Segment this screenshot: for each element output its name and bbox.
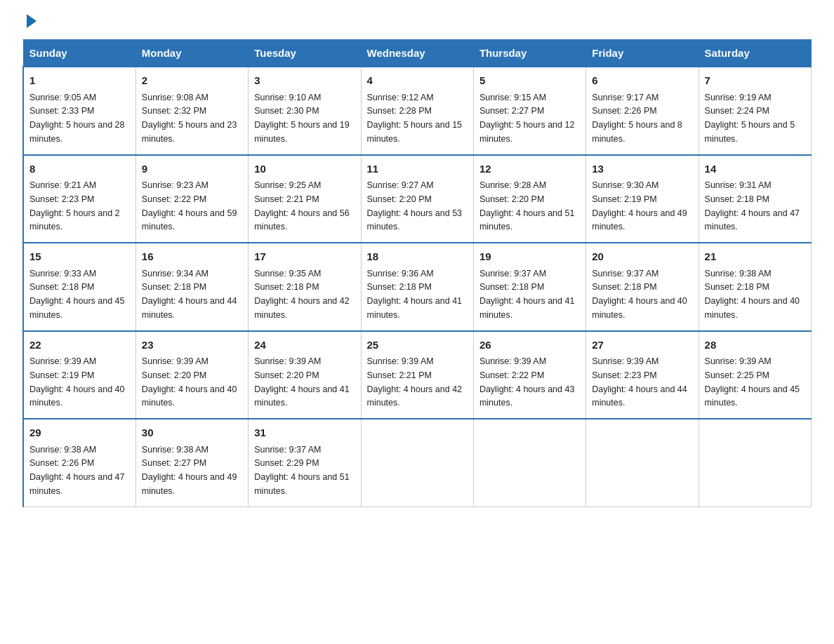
header-wednesday: Wednesday [361, 40, 473, 67]
empty-cell [361, 419, 473, 507]
calendar-week-3: 15 Sunrise: 9:33 AMSunset: 2:18 PMDaylig… [23, 243, 812, 331]
day-cell-26: 26 Sunrise: 9:39 AMSunset: 2:22 PMDaylig… [473, 331, 585, 420]
header [22, 17, 812, 28]
day-info: Sunrise: 9:38 AMSunset: 2:26 PMDaylight:… [29, 445, 125, 496]
day-number: 27 [592, 337, 692, 354]
day-cell-29: 29 Sunrise: 9:38 AMSunset: 2:26 PMDaylig… [23, 419, 135, 507]
day-cell-11: 11 Sunrise: 9:27 AMSunset: 2:20 PMDaylig… [361, 155, 473, 243]
day-info: Sunrise: 9:37 AMSunset: 2:18 PMDaylight:… [479, 269, 575, 320]
day-cell-20: 20 Sunrise: 9:37 AMSunset: 2:18 PMDaylig… [586, 243, 699, 331]
calendar-week-4: 22 Sunrise: 9:39 AMSunset: 2:19 PMDaylig… [23, 331, 812, 420]
day-number: 14 [705, 161, 805, 177]
logo [22, 17, 37, 28]
day-number: 10 [254, 161, 355, 177]
calendar-week-1: 1 Sunrise: 9:05 AMSunset: 2:33 PMDayligh… [23, 67, 812, 155]
header-friday: Friday [586, 40, 699, 67]
header-thursday: Thursday [473, 40, 585, 67]
day-cell-30: 30 Sunrise: 9:38 AMSunset: 2:27 PMDaylig… [135, 419, 248, 507]
day-cell-22: 22 Sunrise: 9:39 AMSunset: 2:19 PMDaylig… [23, 331, 135, 420]
day-number: 24 [254, 337, 355, 354]
calendar-table: SundayMondayTuesdayWednesdayThursdayFrid… [22, 39, 812, 507]
day-number: 21 [705, 249, 805, 265]
day-cell-3: 3 Sunrise: 9:10 AMSunset: 2:30 PMDayligh… [249, 67, 361, 155]
day-cell-1: 1 Sunrise: 9:05 AMSunset: 2:33 PMDayligh… [23, 67, 135, 155]
calendar-week-2: 8 Sunrise: 9:21 AMSunset: 2:23 PMDayligh… [23, 155, 812, 243]
day-info: Sunrise: 9:39 AMSunset: 2:20 PMDaylight:… [254, 356, 350, 408]
day-info: Sunrise: 9:28 AMSunset: 2:20 PMDaylight:… [479, 180, 575, 232]
day-number: 17 [254, 249, 355, 265]
day-number: 15 [29, 249, 130, 265]
day-cell-7: 7 Sunrise: 9:19 AMSunset: 2:24 PMDayligh… [699, 67, 811, 155]
day-info: Sunrise: 9:38 AMSunset: 2:18 PMDaylight:… [705, 269, 800, 320]
day-cell-27: 27 Sunrise: 9:39 AMSunset: 2:23 PMDaylig… [586, 331, 699, 420]
day-cell-21: 21 Sunrise: 9:38 AMSunset: 2:18 PMDaylig… [699, 243, 811, 331]
day-number: 6 [592, 73, 692, 89]
day-info: Sunrise: 9:21 AMSunset: 2:23 PMDaylight:… [29, 180, 120, 232]
day-cell-17: 17 Sunrise: 9:35 AMSunset: 2:18 PMDaylig… [249, 243, 361, 331]
day-info: Sunrise: 9:39 AMSunset: 2:21 PMDaylight:… [367, 356, 463, 408]
day-info: Sunrise: 9:35 AMSunset: 2:18 PMDaylight:… [254, 269, 350, 320]
header-sunday: Sunday [23, 40, 135, 67]
day-number: 22 [29, 337, 130, 354]
day-cell-15: 15 Sunrise: 9:33 AMSunset: 2:18 PMDaylig… [23, 243, 135, 331]
page: SundayMondayTuesdayWednesdayThursdayFrid… [0, 0, 834, 530]
day-number: 29 [29, 425, 130, 441]
day-info: Sunrise: 9:08 AMSunset: 2:32 PMDaylight:… [142, 93, 237, 144]
day-number: 23 [142, 337, 242, 354]
day-info: Sunrise: 9:39 AMSunset: 2:20 PMDaylight:… [142, 356, 237, 408]
day-number: 2 [142, 73, 242, 89]
day-cell-4: 4 Sunrise: 9:12 AMSunset: 2:28 PMDayligh… [361, 67, 473, 155]
day-cell-18: 18 Sunrise: 9:36 AMSunset: 2:18 PMDaylig… [361, 243, 473, 331]
day-info: Sunrise: 9:37 AMSunset: 2:18 PMDaylight:… [592, 269, 687, 320]
day-info: Sunrise: 9:17 AMSunset: 2:26 PMDaylight:… [592, 93, 682, 144]
day-number: 7 [705, 73, 805, 89]
day-number: 3 [254, 73, 355, 89]
header-tuesday: Tuesday [249, 40, 361, 67]
day-number: 13 [592, 161, 692, 177]
day-info: Sunrise: 9:25 AMSunset: 2:21 PMDaylight:… [254, 180, 350, 232]
day-number: 16 [142, 249, 242, 265]
day-info: Sunrise: 9:10 AMSunset: 2:30 PMDaylight:… [254, 93, 350, 144]
day-info: Sunrise: 9:38 AMSunset: 2:27 PMDaylight:… [142, 445, 237, 496]
empty-cell [586, 419, 699, 507]
calendar-week-5: 29 Sunrise: 9:38 AMSunset: 2:26 PMDaylig… [23, 419, 812, 507]
empty-cell [699, 419, 811, 507]
day-info: Sunrise: 9:15 AMSunset: 2:27 PMDaylight:… [479, 93, 575, 144]
day-number: 31 [254, 425, 355, 441]
day-cell-9: 9 Sunrise: 9:23 AMSunset: 2:22 PMDayligh… [135, 155, 248, 243]
calendar-header-row: SundayMondayTuesdayWednesdayThursdayFrid… [23, 40, 812, 67]
header-saturday: Saturday [699, 40, 811, 67]
day-info: Sunrise: 9:23 AMSunset: 2:22 PMDaylight:… [142, 180, 237, 232]
day-number: 28 [705, 337, 805, 354]
day-info: Sunrise: 9:39 AMSunset: 2:23 PMDaylight:… [592, 356, 687, 408]
day-cell-25: 25 Sunrise: 9:39 AMSunset: 2:21 PMDaylig… [361, 331, 473, 420]
day-number: 26 [479, 337, 580, 354]
day-cell-31: 31 Sunrise: 9:37 AMSunset: 2:29 PMDaylig… [249, 419, 361, 507]
day-info: Sunrise: 9:31 AMSunset: 2:18 PMDaylight:… [705, 180, 800, 232]
day-number: 9 [142, 161, 242, 177]
day-info: Sunrise: 9:12 AMSunset: 2:28 PMDaylight:… [367, 93, 463, 144]
day-cell-23: 23 Sunrise: 9:39 AMSunset: 2:20 PMDaylig… [135, 331, 248, 420]
day-number: 25 [367, 337, 468, 354]
day-info: Sunrise: 9:30 AMSunset: 2:19 PMDaylight:… [592, 180, 687, 232]
day-number: 5 [479, 73, 580, 89]
day-number: 12 [479, 161, 580, 177]
day-number: 4 [367, 73, 468, 89]
day-cell-5: 5 Sunrise: 9:15 AMSunset: 2:27 PMDayligh… [473, 67, 585, 155]
day-info: Sunrise: 9:39 AMSunset: 2:19 PMDaylight:… [29, 356, 125, 408]
day-cell-12: 12 Sunrise: 9:28 AMSunset: 2:20 PMDaylig… [473, 155, 585, 243]
day-number: 1 [29, 73, 130, 89]
day-number: 11 [367, 161, 468, 177]
day-cell-28: 28 Sunrise: 9:39 AMSunset: 2:25 PMDaylig… [699, 331, 811, 420]
day-cell-24: 24 Sunrise: 9:39 AMSunset: 2:20 PMDaylig… [249, 331, 361, 420]
day-number: 20 [592, 249, 692, 265]
day-cell-8: 8 Sunrise: 9:21 AMSunset: 2:23 PMDayligh… [23, 155, 135, 243]
day-cell-2: 2 Sunrise: 9:08 AMSunset: 2:32 PMDayligh… [135, 67, 248, 155]
day-cell-10: 10 Sunrise: 9:25 AMSunset: 2:21 PMDaylig… [249, 155, 361, 243]
header-monday: Monday [135, 40, 248, 67]
empty-cell [473, 419, 585, 507]
day-info: Sunrise: 9:39 AMSunset: 2:22 PMDaylight:… [479, 356, 575, 408]
day-cell-6: 6 Sunrise: 9:17 AMSunset: 2:26 PMDayligh… [586, 67, 699, 155]
day-cell-19: 19 Sunrise: 9:37 AMSunset: 2:18 PMDaylig… [473, 243, 585, 331]
day-cell-16: 16 Sunrise: 9:34 AMSunset: 2:18 PMDaylig… [135, 243, 248, 331]
